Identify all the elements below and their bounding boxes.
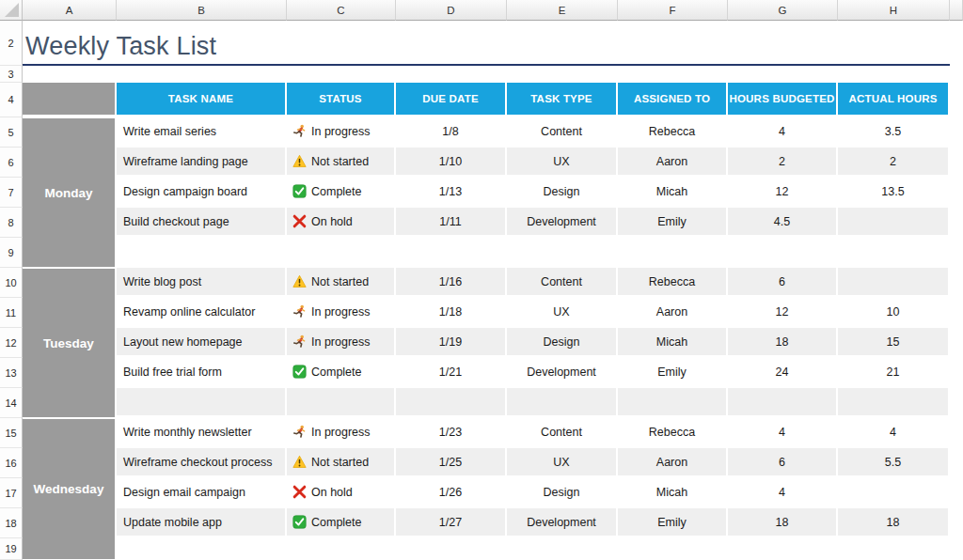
cell-assigned-to[interactable]: Rebecca: [618, 117, 728, 148]
cell-empty[interactable]: [507, 388, 618, 418]
cell-empty[interactable]: [728, 388, 838, 418]
cell-assigned-to[interactable]: Emily: [618, 508, 728, 538]
cell-empty[interactable]: [287, 238, 396, 268]
cell-empty[interactable]: [117, 388, 287, 418]
row-header-8[interactable]: 8: [0, 208, 23, 238]
row-header-15[interactable]: 15: [0, 418, 23, 448]
day-label-wednesday[interactable]: Wednesday: [23, 419, 117, 559]
cell-task-name[interactable]: Write email series: [117, 117, 287, 148]
cell-empty[interactable]: [838, 538, 950, 560]
cell-status[interactable]: In progress: [287, 298, 396, 328]
cell-task-type[interactable]: Development: [507, 208, 618, 238]
cell-due-date[interactable]: 1/19: [396, 328, 507, 358]
cell-actual-hours[interactable]: 21: [838, 358, 950, 388]
table-header-assigned-to[interactable]: ASSIGNED TO: [618, 83, 728, 115]
cell-task-name[interactable]: Write monthly newsletter: [117, 418, 287, 448]
row-header-18[interactable]: 18: [0, 508, 23, 538]
cell-hours-budgeted[interactable]: 18: [728, 508, 838, 538]
cell-due-date[interactable]: 1/11: [396, 208, 507, 238]
row-header-4[interactable]: 4: [0, 83, 23, 117]
cell-assigned-to[interactable]: Aaron: [618, 448, 728, 478]
cell-assigned-to[interactable]: Micah: [618, 178, 728, 208]
cell-hours-budgeted[interactable]: 12: [728, 178, 838, 208]
row-header-19[interactable]: 19: [0, 538, 23, 560]
table-header-due-date[interactable]: DUE DATE: [396, 83, 507, 115]
cell-hours-budgeted[interactable]: 2: [728, 148, 838, 178]
cell-hours-budgeted[interactable]: 4.5: [728, 208, 838, 238]
table-header-task-type[interactable]: TASK TYPE: [507, 83, 618, 115]
column-header-c[interactable]: C: [287, 0, 396, 21]
table-header-actual-hours[interactable]: ACTUAL HOURS: [838, 83, 950, 115]
cell-status[interactable]: In progress: [287, 328, 396, 358]
cell-task-name[interactable]: Build checkout page: [117, 208, 287, 238]
cell-hours-budgeted[interactable]: 24: [728, 358, 838, 388]
cell-due-date[interactable]: 1/23: [396, 418, 507, 448]
cell-actual-hours[interactable]: 10: [838, 298, 950, 328]
cell-assigned-to[interactable]: Aaron: [618, 298, 728, 328]
cell-task-type[interactable]: Content: [507, 268, 618, 298]
cell-actual-hours[interactable]: 13.5: [838, 178, 950, 208]
cell-hours-budgeted[interactable]: 4: [728, 478, 838, 508]
cell-actual-hours[interactable]: 2: [838, 148, 950, 178]
row-header-7[interactable]: 7: [0, 178, 23, 208]
cell-assigned-to[interactable]: Rebecca: [618, 268, 728, 298]
cell-assigned-to[interactable]: Aaron: [618, 148, 728, 178]
cell-task-name[interactable]: Layout new homepage: [117, 328, 287, 358]
cell-task-name[interactable]: Wireframe landing page: [117, 148, 287, 178]
column-header-a[interactable]: A: [23, 0, 117, 21]
cell-status[interactable]: Not started: [287, 268, 396, 298]
cell-task-type[interactable]: Design: [507, 178, 618, 208]
cell-due-date[interactable]: 1/27: [396, 508, 507, 538]
cell-task-type[interactable]: Development: [507, 358, 618, 388]
row-header-11[interactable]: 11: [0, 298, 23, 328]
row-header-12[interactable]: 12: [0, 328, 23, 358]
row-header-16[interactable]: 16: [0, 448, 23, 478]
cell-empty[interactable]: [618, 388, 728, 418]
cell-status[interactable]: On hold: [287, 208, 396, 238]
cell-hours-budgeted[interactable]: 4: [728, 117, 838, 148]
row-header-9[interactable]: 9: [0, 238, 23, 268]
cell-due-date[interactable]: 1/25: [396, 448, 507, 478]
cell-empty[interactable]: [396, 388, 507, 418]
cell-actual-hours[interactable]: 15: [838, 328, 950, 358]
cell-task-name[interactable]: Update mobile app: [117, 508, 287, 538]
cell-task-type[interactable]: UX: [507, 448, 618, 478]
cell-actual-hours[interactable]: [838, 478, 950, 508]
cell-task-name[interactable]: Build free trial form: [117, 358, 287, 388]
cell-task-name[interactable]: Design campaign board: [117, 178, 287, 208]
cell-status[interactable]: Complete: [287, 178, 396, 208]
row-header-2[interactable]: 2: [0, 21, 23, 66]
cell-empty[interactable]: [396, 538, 507, 560]
row-header-10[interactable]: 10: [0, 268, 23, 298]
cell-actual-hours[interactable]: 18: [838, 508, 950, 538]
cell-status[interactable]: Not started: [287, 148, 396, 178]
column-header-f[interactable]: F: [618, 0, 728, 21]
cell-empty[interactable]: [728, 538, 838, 560]
sheet-title-cell[interactable]: Weekly Task List: [23, 21, 950, 66]
cell-status[interactable]: Complete: [287, 358, 396, 388]
cell-task-name[interactable]: Revamp online calculator: [117, 298, 287, 328]
cell-actual-hours[interactable]: 4: [838, 418, 950, 448]
cell-task-type[interactable]: UX: [507, 298, 618, 328]
cell-due-date[interactable]: 1/18: [396, 298, 507, 328]
cell-actual-hours[interactable]: [838, 268, 950, 298]
cell-actual-hours[interactable]: [838, 208, 950, 238]
cell-empty[interactable]: [618, 538, 728, 560]
column-header-g[interactable]: G: [728, 0, 838, 21]
cell-due-date[interactable]: 1/13: [396, 178, 507, 208]
cell-empty[interactable]: [287, 538, 396, 560]
cell-task-type[interactable]: Development: [507, 508, 618, 538]
cell-task-type[interactable]: Content: [507, 418, 618, 448]
cell-due-date[interactable]: 1/8: [396, 117, 507, 148]
cell-hours-budgeted[interactable]: 4: [728, 418, 838, 448]
cell-empty[interactable]: [838, 388, 950, 418]
cell-task-type[interactable]: Content: [507, 117, 618, 148]
cell-status[interactable]: Complete: [287, 508, 396, 538]
cell-assigned-to[interactable]: Emily: [618, 208, 728, 238]
row-header-17[interactable]: 17: [0, 478, 23, 508]
column-header-d[interactable]: D: [396, 0, 507, 21]
cell-assigned-to[interactable]: Emily: [618, 358, 728, 388]
day-label-tuesday[interactable]: Tuesday: [23, 269, 117, 417]
header-corner-cell[interactable]: [23, 83, 117, 115]
cell-task-type[interactable]: Design: [507, 478, 618, 508]
